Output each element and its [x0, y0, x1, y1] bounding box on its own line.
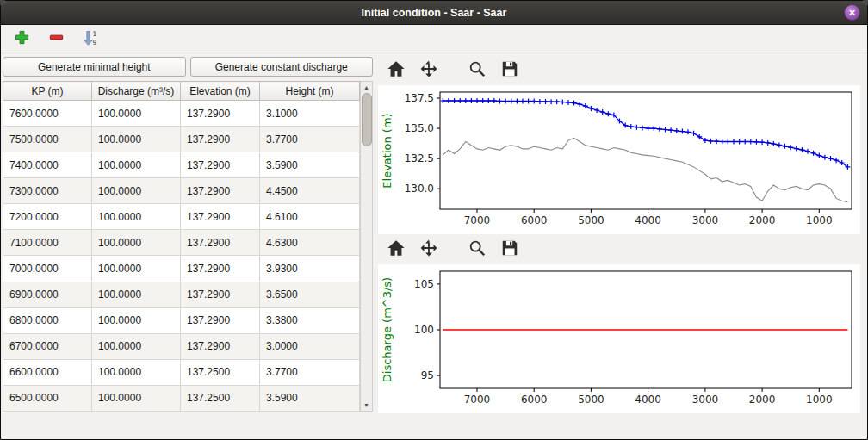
scroll-down-arrow[interactable]: ▼ — [361, 400, 372, 411]
table-row[interactable]: 6900.0000 100.0000 137.2900 3.6500 — [3, 282, 360, 307]
cell-height[interactable]: 3.7700 — [260, 359, 360, 385]
add-row-button[interactable] — [11, 28, 32, 49]
scrollbar-thumb[interactable] — [362, 93, 372, 146]
main-toolbar: 1 9 — [1, 25, 867, 53]
save-button[interactable] — [499, 59, 521, 82]
cell-elevation[interactable]: 137.2500 — [181, 359, 260, 385]
cell-height[interactable]: 3.0000 — [260, 333, 360, 359]
titlebar: Initial condition - Saar - Saar × — [1, 1, 867, 25]
discharge-plot[interactable]: 700060005000400030002000100095100105Disc… — [378, 264, 860, 413]
cell-elevation[interactable]: 137.2900 — [181, 282, 260, 307]
cell-height[interactable]: 3.6500 — [260, 282, 360, 307]
cell-kp[interactable]: 6900.0000 — [3, 282, 92, 307]
generate-constant-discharge-button[interactable]: Generate constant discharge — [190, 57, 374, 77]
remove-row-button[interactable] — [46, 28, 66, 49]
table-row[interactable]: 6600.0000 100.0000 137.2500 3.7700 — [3, 359, 360, 385]
cell-height[interactable]: 4.6100 — [260, 204, 360, 230]
cell-height[interactable]: 3.3800 — [260, 307, 360, 333]
sort-ascending-icon: 1 9 — [82, 29, 99, 49]
cell-height[interactable]: 3.5900 — [260, 385, 360, 411]
initial-condition-table: KP (m) Discharge (m³/s) Elevation (m) He… — [3, 81, 360, 412]
cell-height[interactable]: 4.6300 — [260, 230, 360, 256]
vertical-scrollbar[interactable]: ▲ ▼ — [360, 81, 373, 412]
cell-kp[interactable]: 7100.0000 — [3, 230, 92, 256]
elevation-plot[interactable]: 7000600050004000300020001000130.0132.513… — [378, 85, 860, 234]
home-button[interactable] — [385, 239, 407, 261]
cell-elevation[interactable]: 137.2500 — [181, 385, 260, 411]
cell-kp[interactable]: 6800.0000 — [3, 307, 92, 333]
table-row[interactable]: 7100.0000 100.0000 137.2900 4.6300 — [3, 230, 360, 256]
table-row[interactable]: 7300.0000 100.0000 137.2900 4.4500 — [3, 178, 360, 204]
zoom-button[interactable] — [466, 239, 488, 261]
cell-discharge[interactable]: 100.0000 — [92, 282, 181, 307]
cell-elevation[interactable]: 137.2900 — [181, 152, 260, 178]
table-row[interactable]: 7000.0000 100.0000 137.2900 3.9300 — [3, 256, 360, 282]
table-row[interactable]: 6800.0000 100.0000 137.2900 3.3800 — [3, 307, 360, 333]
window-title: Initial condition - Saar - Saar — [362, 7, 507, 19]
cell-elevation[interactable]: 137.2900 — [181, 101, 260, 127]
scroll-up-arrow[interactable]: ▲ — [361, 82, 372, 93]
cell-kp[interactable]: 7600.0000 — [3, 101, 92, 127]
table-row[interactable]: 7400.0000 100.0000 137.2900 3.5900 — [3, 152, 360, 178]
cell-discharge[interactable]: 100.0000 — [92, 204, 181, 230]
cell-kp[interactable]: 7300.0000 — [3, 178, 92, 204]
svg-text:3000: 3000 — [692, 394, 719, 406]
cell-discharge[interactable]: 100.0000 — [92, 101, 181, 127]
cell-kp[interactable]: 7500.0000 — [3, 127, 92, 152]
cell-discharge[interactable]: 100.0000 — [92, 230, 181, 256]
svg-text:137.5: 137.5 — [405, 92, 434, 104]
svg-text:6000: 6000 — [521, 214, 548, 226]
content-area: Generate minimal height Generate constan… — [1, 53, 867, 439]
cell-height[interactable]: 3.7700 — [260, 127, 360, 152]
button-label: Generate minimal height — [38, 61, 151, 73]
cell-height[interactable]: 3.9300 — [260, 256, 360, 282]
save-button[interactable] — [499, 239, 521, 261]
table-row[interactable]: 7200.0000 100.0000 137.2900 4.6100 — [3, 204, 360, 230]
scrollbar-track[interactable] — [361, 146, 372, 400]
table-row[interactable]: 7500.0000 100.0000 137.2900 3.7700 — [3, 127, 360, 152]
cell-kp[interactable]: 7000.0000 — [3, 256, 92, 282]
plus-icon — [14, 29, 30, 48]
cell-elevation[interactable]: 137.2900 — [181, 307, 260, 333]
cell-elevation[interactable]: 137.2900 — [181, 333, 260, 359]
zoom-button[interactable] — [466, 59, 488, 82]
cell-elevation[interactable]: 137.2900 — [181, 178, 260, 204]
column-header-discharge[interactable]: Discharge (m³/s) — [92, 82, 181, 101]
generate-minimal-height-button[interactable]: Generate minimal height — [3, 57, 186, 77]
cell-height[interactable]: 3.5900 — [260, 152, 360, 178]
pan-button[interactable] — [418, 59, 440, 82]
cell-elevation[interactable]: 137.2900 — [181, 204, 260, 230]
pan-button[interactable] — [418, 239, 440, 261]
cell-discharge[interactable]: 100.0000 — [92, 256, 181, 282]
cell-discharge[interactable]: 100.0000 — [92, 385, 181, 411]
cell-discharge[interactable]: 100.0000 — [92, 333, 181, 359]
cell-elevation[interactable]: 137.2900 — [181, 127, 260, 152]
svg-text:5000: 5000 — [578, 214, 604, 226]
cell-discharge[interactable]: 100.0000 — [92, 307, 181, 333]
cell-discharge[interactable]: 100.0000 — [92, 178, 181, 204]
cell-kp[interactable]: 6500.0000 — [3, 385, 92, 411]
close-button[interactable]: × — [844, 4, 860, 21]
cell-height[interactable]: 3.1000 — [260, 101, 360, 127]
cell-kp[interactable]: 7200.0000 — [3, 204, 92, 230]
cell-discharge[interactable]: 100.0000 — [92, 127, 181, 152]
cell-height[interactable]: 4.4500 — [260, 178, 360, 204]
cell-elevation[interactable]: 137.2900 — [181, 256, 260, 282]
svg-text:95: 95 — [421, 369, 434, 381]
cell-elevation[interactable]: 137.2900 — [181, 230, 260, 256]
sort-button[interactable]: 1 9 — [80, 28, 101, 49]
column-header-kp[interactable]: KP (m) — [3, 82, 92, 101]
cell-discharge[interactable]: 100.0000 — [92, 152, 181, 178]
home-button[interactable] — [385, 59, 407, 82]
cell-kp[interactable]: 6600.0000 — [3, 359, 92, 385]
pan-icon — [419, 59, 438, 81]
cell-kp[interactable]: 6700.0000 — [3, 333, 92, 359]
column-header-elevation[interactable]: Elevation (m) — [181, 82, 260, 101]
table-row[interactable]: 7600.0000 100.0000 137.2900 3.1000 — [3, 101, 360, 127]
cell-kp[interactable]: 7400.0000 — [3, 152, 92, 178]
cell-discharge[interactable]: 100.0000 — [92, 359, 181, 385]
column-header-height[interactable]: Height (m) — [260, 82, 360, 101]
table-row[interactable]: 6700.0000 100.0000 137.2900 3.0000 — [3, 333, 360, 359]
table-row[interactable]: 6500.0000 100.0000 137.2500 3.5900 — [3, 385, 360, 411]
svg-text:132.5: 132.5 — [405, 152, 434, 164]
